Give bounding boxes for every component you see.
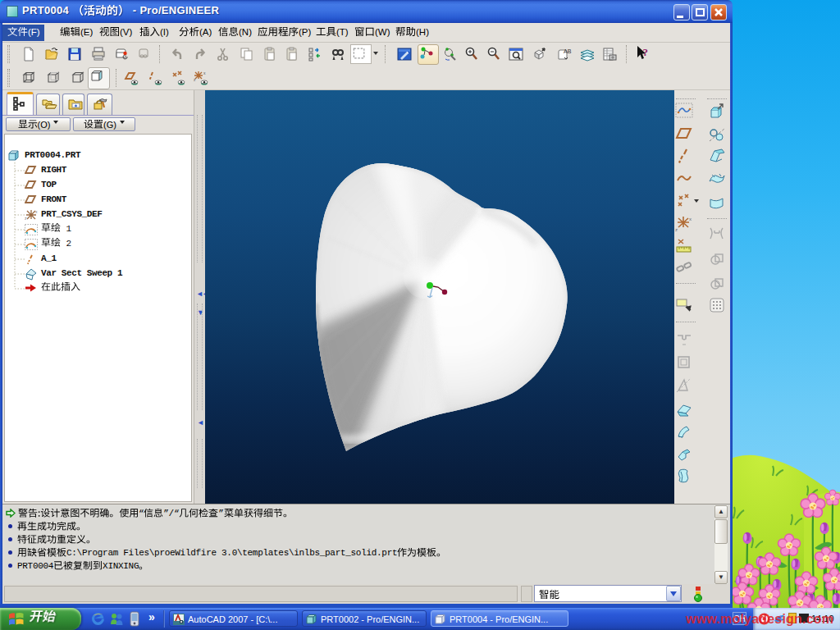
svg-text:AB: AB xyxy=(564,48,572,54)
svg-text:z: z xyxy=(675,227,678,232)
svg-text:x: x xyxy=(35,209,38,214)
svg-text:x: x xyxy=(689,217,692,221)
svg-text:x: x xyxy=(203,71,206,75)
svg-text:?: ? xyxy=(643,46,649,58)
svg-text:z: z xyxy=(25,216,27,221)
